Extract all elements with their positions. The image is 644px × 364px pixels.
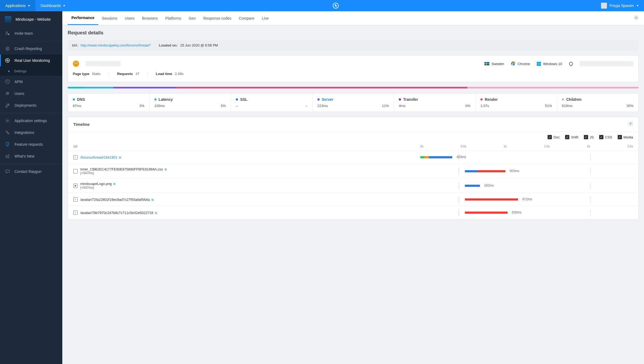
tab-performance[interactable]: Performance xyxy=(68,11,98,25)
sidebar: Mindscape - Website Invite team Crash Re… xyxy=(0,11,62,364)
phase-latency: Latency109ms5% xyxy=(150,94,231,112)
tab-response-codes[interactable]: Response codes xyxy=(200,12,235,25)
filter-js[interactable]: ✓JS xyxy=(584,135,594,139)
progress-seg-children xyxy=(467,87,639,88)
external-link-icon[interactable]: ⧉ xyxy=(151,198,154,201)
timeline-bar: 403ms xyxy=(420,154,633,160)
sidebar-contact[interactable]: Contact Raygun xyxy=(0,166,62,177)
external-link-icon[interactable]: ⧉ xyxy=(155,211,157,215)
lock-icon: 🔒 xyxy=(73,60,79,67)
dot-icon xyxy=(399,98,401,101)
tab-compare[interactable]: Compare xyxy=(235,12,258,25)
sidebar-rum-settings[interactable]: Settings xyxy=(0,66,62,76)
topbar: Applications Dashboards Freyja Spaven xyxy=(0,0,644,11)
chat-icon xyxy=(5,169,10,174)
user-menu[interactable]: Freyja Spaven xyxy=(601,3,644,9)
checkbox-icon: ✓ xyxy=(584,135,588,139)
info-uri-link[interactable]: http://www.mindscapehq.com/forums/thread… xyxy=(81,43,151,47)
timeline-row: ≡ /avatar/72fa22802f19ec8ad7c27f55afa856… xyxy=(68,193,638,206)
tab-browsers[interactable]: Browsers xyxy=(138,12,161,25)
timeline-uri: /avatar/78b7970c247b8c7c711c5e32e5022718… xyxy=(80,211,420,215)
sidebar-invite-team[interactable]: Invite team xyxy=(0,27,62,39)
tick: 0.5s xyxy=(461,145,466,148)
timeline-rows: ≡ /forums/thread/1641901⧉ 403ms inner_CB… xyxy=(68,151,638,219)
phase-dns: DNS67ms3% xyxy=(68,94,150,112)
timeline-duration: 182ms xyxy=(484,184,494,187)
nav-dashboards[interactable]: Dashboards xyxy=(35,0,71,11)
svg-point-7 xyxy=(6,92,8,94)
checkbox-icon: ✓ xyxy=(599,135,603,139)
sidebar-whats-new[interactable]: What's New xyxy=(0,150,62,162)
sidebar-rum[interactable]: Real User Monitoring xyxy=(0,55,62,66)
app-icon xyxy=(5,16,11,23)
info-loaded: Loaded on: 25 Jun 2020 @ 6:58 PM xyxy=(159,43,218,47)
gear-icon xyxy=(5,118,10,123)
summary-country: Sweden xyxy=(484,62,504,66)
doc-icon: ≡ xyxy=(73,155,78,159)
stat-requests: Requests37 xyxy=(117,71,148,77)
phase-transfer: Transfer4ms0% xyxy=(394,94,476,112)
tick: 2.5s xyxy=(627,145,633,148)
timeline-uri-link[interactable]: /forums/thread/1641901 xyxy=(80,155,117,159)
svg-point-1 xyxy=(6,32,8,33)
tab-sessions[interactable]: Sessions xyxy=(98,12,121,25)
code-icon xyxy=(73,169,78,173)
timeline-bar: 530ms xyxy=(420,209,633,216)
topbar-nav: Applications Dashboards xyxy=(0,0,71,11)
nav-applications[interactable]: Applications xyxy=(0,0,35,11)
tab-geo[interactable]: Geo xyxy=(185,12,199,25)
timeline-row: ▣ mindscapeLogo.png⧉(+547ms) 182ms xyxy=(68,179,638,193)
svg-rect-13 xyxy=(6,170,9,172)
dot-icon xyxy=(154,98,157,101)
caret-down-icon xyxy=(28,5,30,6)
svg-point-0 xyxy=(333,3,338,8)
sidebar-users[interactable]: Users xyxy=(0,88,62,99)
chrome-icon xyxy=(511,62,515,66)
tab-users[interactable]: Users xyxy=(121,12,138,25)
sidebar-deployments[interactable]: Deployments xyxy=(0,99,62,111)
tab-live[interactable]: Live xyxy=(258,12,273,25)
svg-point-4 xyxy=(7,48,8,49)
external-link-icon[interactable]: ⧉ xyxy=(113,182,115,185)
dot-icon xyxy=(236,98,238,101)
phase-children: Children619ms30% xyxy=(557,94,638,112)
rocket-icon xyxy=(5,103,10,108)
checkbox-icon: ✓ xyxy=(618,135,622,139)
sidebar-crash-reporting[interactable]: Crash Reporting xyxy=(0,43,62,55)
filter-css[interactable]: ✓CSS xyxy=(599,135,612,139)
timeline-row: ≡ /forums/thread/1641901⧉ 403ms xyxy=(68,151,638,164)
svg-point-9 xyxy=(8,104,9,105)
sidebar-integrations[interactable]: Integrations xyxy=(0,127,62,138)
filter-xhr[interactable]: ✓XHR xyxy=(565,135,578,139)
sidebar-app-settings[interactable]: Application settings xyxy=(0,115,62,127)
logo-area xyxy=(71,2,601,9)
phase-cards: DNS67ms3%Latency109ms5%SSL----Server223m… xyxy=(68,93,639,112)
phase-progress-bar xyxy=(68,87,639,88)
timeline-duration: 403ms xyxy=(457,155,466,159)
sidebar-app[interactable]: Mindscape - Website xyxy=(0,11,62,27)
info-bar: Uri: http://www.mindscapehq.com/forums/t… xyxy=(68,40,639,51)
timeline-uri-header: Uri xyxy=(73,145,420,148)
tab-platforms[interactable]: Platforms xyxy=(161,12,185,25)
timeline-duration: 530ms xyxy=(512,210,522,214)
progress-seg-render xyxy=(176,87,467,88)
timeline-uri: /avatar/72fa22802f19ec8ad7c27f55afa8564a… xyxy=(80,198,420,202)
phase-server[interactable]: Server223ms11% xyxy=(313,94,394,112)
summary-browser: Chrome xyxy=(511,62,530,66)
summary-os: Windows 10 xyxy=(537,62,562,66)
bulb-icon xyxy=(5,142,10,147)
team-icon xyxy=(5,31,10,36)
external-link-icon[interactable]: ⧉ xyxy=(119,156,121,159)
stat-loadtime: Load time2.09s xyxy=(156,71,191,77)
timeline-settings-gear[interactable] xyxy=(628,121,633,127)
timeline-card: Timeline ✓Doc✓XHR✓JS✓CSS✓Media Uri 0s0.5… xyxy=(68,117,639,220)
tabs-settings-gear[interactable] xyxy=(634,15,639,21)
filter-media[interactable]: ✓Media xyxy=(618,135,633,139)
external-link-icon[interactable]: ⧉ xyxy=(165,168,167,171)
sidebar-feature-requests[interactable]: Feature requests xyxy=(0,138,62,150)
filter-doc[interactable]: ✓Doc xyxy=(548,135,560,139)
sidebar-apm[interactable]: APM xyxy=(0,76,62,88)
page-title: Request details xyxy=(68,30,639,36)
stat-pagetype: Page typeStatic xyxy=(73,71,109,77)
dot-icon xyxy=(317,98,320,101)
